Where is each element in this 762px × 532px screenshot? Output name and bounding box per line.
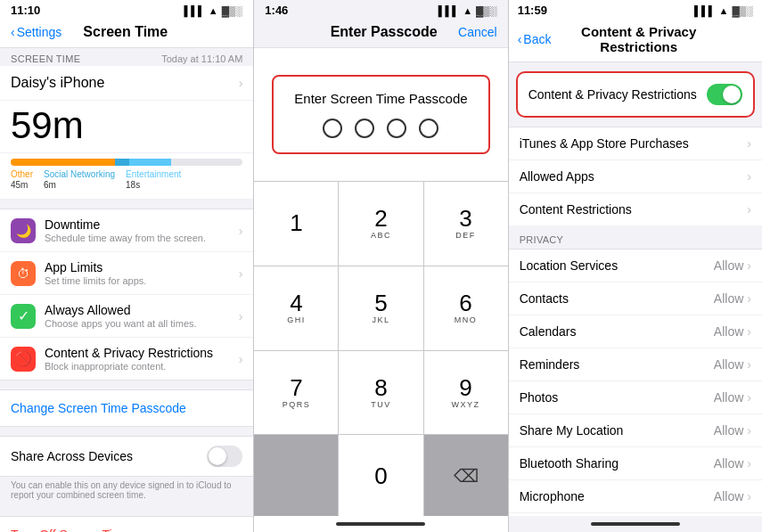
change-passcode-link[interactable]: Change Screen Time Passcode bbox=[0, 389, 253, 427]
battery-icon: ▓▒░ bbox=[222, 5, 243, 16]
status-bar-panel2: 1:46 ▌▌▌ ▲ ▓▒░ bbox=[254, 0, 507, 19]
privacy-item-calendars[interactable]: Calendars Allow › bbox=[509, 315, 762, 348]
usage-labels: Other 45m Social Networking 6m Entertain… bbox=[11, 169, 242, 190]
app-limits-icon: ⏱ bbox=[11, 261, 36, 286]
usage-bar bbox=[11, 159, 242, 166]
status-bar-panel3: 11:59 ▌▌▌ ▲ ▓▒░ bbox=[509, 0, 762, 19]
passcode-top-bar: Enter Passcode Cancel bbox=[254, 19, 507, 48]
turn-off-link[interactable]: Turn Off Screen Time bbox=[0, 516, 253, 532]
chevron-icon-s1: › bbox=[747, 169, 751, 184]
settings-list: iTunes & App Store Purchases › Allowed A… bbox=[509, 127, 762, 225]
status-time-panel1: 11:10 bbox=[11, 4, 40, 17]
usage-label-other: Other 45m bbox=[11, 169, 33, 190]
itunes-purchases-item[interactable]: iTunes & App Store Purchases › bbox=[509, 127, 762, 160]
list-item-always-allowed[interactable]: ✓ Always Allowed Choose apps you want at… bbox=[0, 295, 253, 338]
screen-time-section-header: SCREEN TIME bbox=[11, 53, 80, 64]
privacy-item-microphone[interactable]: Microphone Allow › bbox=[509, 480, 762, 513]
privacy-item-location[interactable]: Location Services Allow › bbox=[509, 250, 762, 282]
content-privacy-title: Content & Privacy Restrictions bbox=[551, 24, 726, 54]
privacy-item-photos[interactable]: Photos Allow › bbox=[509, 381, 762, 414]
content-restrictions-item[interactable]: Content Restrictions › bbox=[509, 193, 762, 225]
home-bar-p3 bbox=[591, 522, 680, 526]
nav-bar-panel3: ‹ Back Content & Privacy Restrictions bbox=[509, 19, 762, 62]
wifi-icon-p2: ▲ bbox=[463, 5, 472, 16]
device-name-row[interactable]: Daisy's iPhone › bbox=[0, 66, 253, 101]
back-button-panel3[interactable]: ‹ Back bbox=[518, 32, 552, 46]
usage-label-entertainment: Entertainment 18s bbox=[126, 169, 181, 190]
back-button-panel1[interactable]: ‹ Settings bbox=[11, 25, 61, 39]
status-icons-panel1: ▌▌▌ ▲ ▓▒░ bbox=[184, 5, 242, 16]
num-key-7[interactable]: 7 PQRS bbox=[254, 351, 338, 435]
chevron-icon-p0: › bbox=[747, 258, 751, 273]
screen-time-panel: 11:10 ▌▌▌ ▲ ▓▒░ ‹ Settings Screen Time S… bbox=[0, 0, 253, 532]
usage-label-social: Social Networking 6m bbox=[44, 169, 115, 190]
num-key-0[interactable]: 0 bbox=[339, 435, 422, 516]
usage-bar-container: Other 45m Social Networking 6m Entertain… bbox=[0, 153, 253, 200]
passcode-dots bbox=[291, 119, 470, 138]
signal-icon-p3: ▌▌▌ bbox=[694, 5, 715, 16]
chevron-icon-p7: › bbox=[747, 489, 751, 503]
list-item-content-restrictions[interactable]: 🚫 Content & Privacy Restrictions Block i… bbox=[0, 338, 253, 380]
share-devices-note: You can enable this on any device signed… bbox=[0, 477, 253, 507]
screen-time-title: Screen Time bbox=[61, 24, 189, 40]
features-list: 🌙 Downtime Schedule time away from the s… bbox=[0, 209, 253, 381]
passcode-dot-3 bbox=[387, 119, 406, 138]
passcode-dot-4 bbox=[419, 119, 438, 138]
passcode-prompt-box: Enter Screen Time Passcode bbox=[272, 75, 489, 154]
content-restrictions-icon: 🚫 bbox=[11, 347, 36, 372]
chevron-icon: › bbox=[239, 76, 243, 90]
passcode-prompt-label: Enter Screen Time Passcode bbox=[291, 91, 470, 106]
share-devices-label: Share Across Devices bbox=[11, 449, 133, 463]
usage-segment-rest bbox=[171, 159, 243, 166]
num-key-9[interactable]: 9 WXYZ bbox=[424, 351, 508, 435]
usage-time-display: 59m bbox=[0, 101, 253, 153]
num-key-6[interactable]: 6 MNO bbox=[424, 266, 508, 350]
chevron-icon: › bbox=[239, 309, 243, 323]
device-name-label: Daisy's iPhone bbox=[11, 75, 104, 91]
content-restrictions-text: Content & Privacy Restrictions Block ina… bbox=[45, 346, 230, 372]
status-icons-panel2: ▌▌▌ ▲ ▓▒░ bbox=[438, 5, 497, 16]
passcode-dot-2 bbox=[355, 119, 374, 138]
num-key-2[interactable]: 2 ABC bbox=[339, 182, 422, 266]
delete-icon: ⌫ bbox=[454, 465, 479, 487]
wifi-icon: ▲ bbox=[209, 5, 218, 16]
privacy-item-reminders[interactable]: Reminders Allow › bbox=[509, 348, 762, 381]
chevron-icon-p6: › bbox=[747, 456, 751, 471]
list-item-app-limits[interactable]: ⏱ App Limits Set time limits for apps. › bbox=[0, 252, 253, 295]
num-key-8[interactable]: 8 TUV bbox=[339, 351, 422, 435]
battery-icon-p2: ▓▒░ bbox=[476, 5, 497, 16]
chevron-icon: › bbox=[239, 224, 243, 238]
usage-segment-other bbox=[11, 159, 115, 166]
num-3-label: 3 bbox=[459, 207, 471, 230]
downtime-text: Downtime Schedule time away from the scr… bbox=[45, 217, 230, 243]
privacy-item-contacts[interactable]: Contacts Allow › bbox=[509, 282, 762, 315]
chevron-icon-s0: › bbox=[747, 136, 751, 151]
num-key-5[interactable]: 5 JKL bbox=[339, 266, 422, 350]
num-key-4[interactable]: 4 GHI bbox=[254, 266, 338, 350]
privacy-item-bluetooth[interactable]: Bluetooth Sharing Allow › bbox=[509, 447, 762, 480]
chevron-left-icon: ‹ bbox=[11, 25, 15, 39]
usage-segment-entertainment bbox=[129, 159, 171, 166]
allowed-apps-item[interactable]: Allowed Apps › bbox=[509, 160, 762, 193]
cancel-button[interactable]: Cancel bbox=[458, 25, 497, 39]
status-bar-panel1: 11:10 ▌▌▌ ▲ ▓▒░ bbox=[0, 0, 253, 19]
share-devices-row: Share Across Devices bbox=[0, 436, 253, 477]
passcode-dot-1 bbox=[323, 119, 342, 138]
status-icons-panel3: ▌▌▌ ▲ ▓▒░ bbox=[694, 5, 753, 16]
home-indicator-panel3 bbox=[509, 516, 762, 532]
list-item-downtime[interactable]: 🌙 Downtime Schedule time away from the s… bbox=[0, 209, 253, 252]
num-key-3[interactable]: 3 DEF bbox=[424, 182, 508, 266]
content-restrictions-toggle[interactable] bbox=[707, 84, 742, 105]
chevron-icon-p1: › bbox=[747, 291, 751, 306]
content-restrictions-toggle-label: Content & Privacy Restrictions bbox=[528, 87, 697, 102]
downtime-icon: 🌙 bbox=[11, 218, 36, 243]
num-key-delete[interactable]: ⌫ bbox=[424, 435, 508, 516]
chevron-icon: › bbox=[239, 266, 243, 281]
num-key-1[interactable]: 1 bbox=[254, 182, 338, 266]
usage-segment-social bbox=[115, 159, 129, 166]
num-1-label: 1 bbox=[290, 211, 302, 234]
privacy-item-share-location[interactable]: Share My Location Allow › bbox=[509, 414, 762, 447]
status-time-panel3: 11:59 bbox=[518, 4, 547, 17]
num-2-label: 2 bbox=[374, 207, 387, 230]
share-devices-toggle[interactable] bbox=[207, 446, 242, 467]
